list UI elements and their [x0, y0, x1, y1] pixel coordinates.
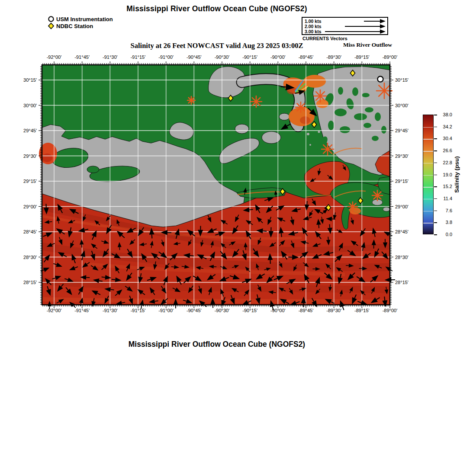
svg-text:-90°30': -90°30': [215, 54, 230, 60]
svg-text:-91°15': -91°15': [131, 54, 146, 60]
currents-vector-key: 1.00 kts2.00 kts3.00 kts: [302, 17, 388, 35]
colorbar-gridline: [423, 139, 433, 140]
colorbar-tick: [434, 198, 437, 199]
colorbar-tick-label: 22.8: [438, 160, 452, 165]
svg-text:29°00': 29°00': [395, 204, 408, 209]
colorbar-tick: [434, 115, 437, 115]
colorbar-tick-label: 3.8: [438, 220, 452, 225]
svg-text:-89°30': -89°30': [326, 308, 341, 313]
colorbar-tick: [434, 211, 437, 211]
vector-key-arrow: [345, 26, 385, 27]
colorbar-tick: [434, 138, 437, 139]
vector-key-row: 3.00 kts: [305, 29, 385, 34]
colorbar-gridline: [423, 187, 433, 188]
colorbar-gridline: [423, 199, 433, 200]
svg-text:29°45': 29°45': [23, 128, 37, 133]
colorbar-tick: [434, 186, 437, 187]
island-3: [235, 124, 249, 134]
colorbar-gridline: [423, 151, 433, 152]
vector-key-label: 3.00 kts: [305, 29, 322, 34]
svg-text:29°30': 29°30': [23, 153, 37, 159]
svg-text:-90°45': -90°45': [187, 308, 202, 313]
svg-text:28°30': 28°30': [395, 255, 408, 260]
svg-text:28°45': 28°45': [23, 229, 37, 234]
svg-text:-90°00': -90°00': [270, 308, 286, 313]
colorbar-gridline: [423, 127, 433, 128]
vector-key-arrow: [364, 21, 385, 22]
legend-label-usm: USM Instrumentation: [56, 16, 113, 22]
svg-text:-89°15': -89°15': [354, 54, 370, 60]
svg-text:-89°15': -89°15': [354, 308, 370, 313]
footer-title: Mississippi River Outflow Ocean Cube (NG…: [16, 340, 418, 349]
colorbar-tick: [434, 150, 437, 151]
svg-text:30°00': 30°00': [23, 103, 37, 108]
lake-3: [87, 166, 99, 173]
map-plot: -92°00'-92°00'-91°45'-91°45'-91°30'-91°3…: [16, 51, 416, 319]
svg-text:-91°00': -91°00': [158, 308, 174, 313]
svg-text:29°15': 29°15': [395, 179, 408, 184]
usm-instrumentation-marker: [378, 77, 383, 82]
svg-text:29°15': 29°15': [23, 179, 37, 184]
svg-text:-92°00': -92°00': [47, 54, 62, 60]
colorbar-gridline: [423, 211, 433, 212]
page-title: Mississippi River Outflow Ocean Cube (NG…: [16, 4, 418, 13]
colorbar-tick: [434, 234, 437, 235]
colorbar-gridline: [423, 223, 433, 224]
usm-circle-icon: [48, 16, 55, 22]
colorbar-tick-label: 0.0: [438, 232, 452, 237]
svg-text:30°00': 30°00': [395, 103, 408, 108]
svg-text:28°30': 28°30': [23, 255, 37, 260]
svg-text:-91°15': -91°15': [131, 308, 146, 313]
figure-page: Mississippi River Outflow Ocean Cube (NG…: [0, 0, 476, 454]
svg-text:-89°45': -89°45': [299, 54, 314, 60]
colorbar-tick: [434, 127, 437, 128]
vector-key-arrow: [325, 31, 385, 32]
vector-key-arrowhead: [380, 24, 386, 29]
colorbar-tick: [434, 163, 437, 163]
island-5: [279, 113, 289, 120]
svg-text:-91°45': -91°45': [74, 308, 90, 313]
svg-text:30°15': 30°15': [395, 77, 408, 83]
legend-item-usm: USM Instrumentation: [48, 16, 113, 22]
svg-text:-92°00': -92°00': [47, 308, 62, 313]
svg-text:30°15': 30°15': [23, 77, 37, 83]
ndbc-diamond-icon: [48, 22, 55, 29]
svg-text:-91°00': -91°00': [158, 54, 174, 60]
vector-key-row: 2.00 kts: [305, 24, 385, 29]
svg-text:-89°45': -89°45': [299, 308, 314, 313]
svg-text:-90°15': -90°15': [242, 54, 257, 60]
salinity-colorbar: [423, 115, 434, 234]
legend-item-ndbc: NDBC Station: [48, 22, 113, 29]
svg-text:-91°45': -91°45': [74, 54, 90, 60]
colorbar-gridline: [423, 163, 433, 164]
svg-text:-89°00': -89°00': [383, 54, 398, 60]
currents-vector-caption: CURRENTS Vectors: [302, 36, 347, 41]
svg-text:28°45': 28°45': [395, 229, 408, 234]
colorbar-tick-label: 15.2: [438, 184, 452, 189]
svg-text:-90°45': -90°45': [187, 54, 202, 60]
colorbar-tick-label: 19.0: [438, 172, 452, 177]
svg-text:-89°30': -89°30': [326, 54, 341, 60]
svg-text:29°45': 29°45': [395, 128, 408, 133]
svg-text:28°15': 28°15': [23, 280, 37, 285]
colorbar-tick-label: 11.4: [438, 196, 452, 201]
colorbar-gridline: [423, 175, 433, 176]
svg-text:-91°30': -91°30': [103, 308, 118, 313]
svg-text:29°30': 29°30': [395, 153, 408, 159]
svg-text:-90°00': -90°00': [270, 54, 286, 60]
colorbar-tick-label: 7.6: [438, 208, 452, 213]
region-label: Miss River Outflow: [331, 42, 392, 48]
svg-text:-91°30': -91°30': [103, 54, 118, 60]
legend-label-ndbc: NDBC Station: [56, 23, 93, 29]
vector-key-arrowhead: [380, 29, 386, 34]
vector-key-row: 1.00 kts: [305, 19, 385, 24]
colorbar-tick-label: 38.0: [438, 112, 452, 117]
svg-text:-89°00': -89°00': [383, 308, 398, 313]
colorbar-tick-label: 30.4: [438, 136, 452, 141]
vector-key-label: 2.00 kts: [305, 24, 322, 29]
vector-key-label: 1.00 kts: [305, 19, 322, 24]
colorbar-unit-label: Salinity (psu): [453, 115, 460, 234]
colorbar-tick: [434, 222, 437, 223]
colorbar-tick: [434, 175, 437, 176]
colorbar-tick-label: 34.2: [438, 124, 452, 129]
